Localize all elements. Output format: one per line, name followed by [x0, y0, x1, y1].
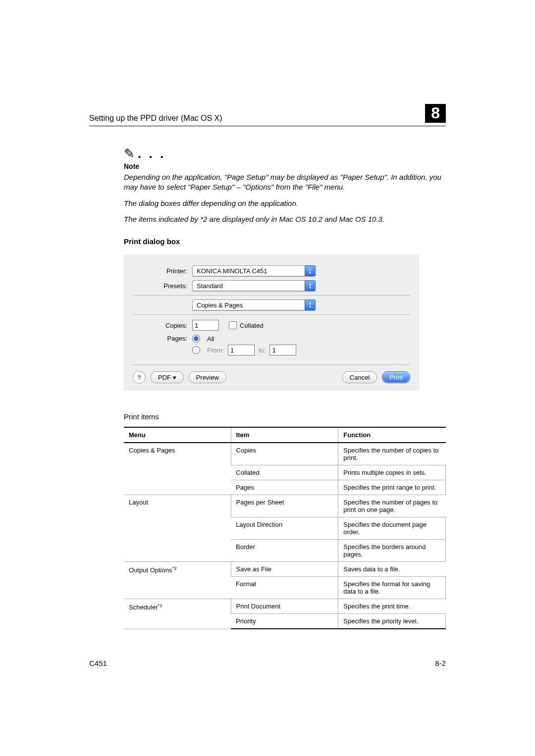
cell-item: Border [231, 540, 338, 562]
table-row: Scheduler*1Print DocumentSpecifies the p… [124, 599, 446, 614]
pages-from-input[interactable] [228, 345, 255, 355]
note-paragraph: The dialog boxes differ depending on the… [124, 199, 446, 208]
cell-item: Format [231, 577, 338, 599]
cancel-button[interactable]: Cancel [342, 371, 377, 383]
cell-item: Pages [231, 480, 338, 495]
ellipsis-icon: . . . [138, 146, 165, 161]
pdf-menu-button[interactable]: PDF ▾ [151, 371, 184, 383]
cell-item: Save as File [231, 562, 338, 577]
presets-select[interactable]: Standard ▲▼ [192, 280, 316, 291]
cell-function: Specifies the priority level. [338, 614, 446, 629]
collated-label: Collated [240, 322, 264, 329]
print-items-table: Menu Item Function Copies & PagesCopiesS… [124, 427, 446, 629]
pen-icon: ✎ [124, 146, 135, 161]
table-caption: Print items [124, 412, 446, 421]
presets-label: Presets: [133, 282, 192, 290]
pages-all-radio[interactable] [192, 335, 200, 343]
cell-item: Copies [231, 443, 338, 465]
footer-model: C451 [89, 659, 107, 667]
table-row: LayoutPages per SheetSpecifies the numbe… [124, 495, 446, 517]
table-row: Copies & PagesCopiesSpecifies the number… [124, 443, 446, 465]
footer-page-number: 8-2 [435, 659, 446, 667]
pages-range-radio[interactable] [192, 346, 200, 354]
copies-label: Copies: [133, 322, 192, 329]
chapter-number-badge: 8 [425, 104, 446, 123]
chevron-updown-icon: ▲▼ [305, 300, 316, 310]
cell-item: Collated [231, 465, 338, 480]
cell-menu: Output Options*2 [124, 562, 231, 599]
to-label: to: [259, 347, 266, 354]
cell-function: Specifies the number of copies to print. [338, 443, 446, 465]
cell-item: Layout Direction [231, 517, 338, 540]
chevron-updown-icon: ▲▼ [305, 280, 316, 291]
cell-item: Pages per Sheet [231, 495, 338, 517]
print-button-label: Print [389, 374, 403, 381]
col-function: Function [338, 427, 446, 443]
copies-input[interactable] [192, 320, 219, 331]
panel-select[interactable]: Copies & Pages ▲▼ [192, 300, 316, 310]
section-heading: Print dialog box [124, 237, 446, 246]
cell-function: Specifies the format for saving data to … [338, 577, 446, 599]
cell-item: Priority [231, 614, 338, 629]
pages-all-label: All [207, 335, 214, 343]
cell-function: Specifies the number of pages to print o… [338, 495, 446, 517]
cell-menu: Layout [124, 495, 231, 562]
cell-item: Print Document [231, 599, 338, 614]
note-label: Note [124, 162, 446, 170]
chevron-updown-icon: ▲▼ [305, 265, 316, 276]
page-header-title: Setting up the PPD driver (Mac OS X) [89, 114, 222, 123]
panel-select-value: Copies & Pages [192, 300, 305, 310]
print-button[interactable]: Print [382, 371, 410, 383]
col-menu: Menu [124, 427, 231, 443]
cell-function: Specifies the print range to print. [338, 480, 446, 495]
pages-to-input[interactable] [269, 345, 296, 355]
cancel-button-label: Cancel [350, 374, 370, 381]
table-row: Output Options*2Save as FileSaves data t… [124, 562, 446, 577]
collated-checkbox[interactable] [229, 321, 237, 329]
pdf-menu-label: PDF ▾ [158, 374, 176, 381]
cell-menu: Copies & Pages [124, 443, 231, 495]
cell-function: Specifies the document page order. [338, 517, 446, 540]
printer-label: Printer: [133, 267, 192, 275]
note-block: ✎ . . . Note Depending on the applicatio… [124, 146, 446, 224]
cell-function: Specifies the print time. [338, 599, 446, 614]
preview-button[interactable]: Preview [189, 371, 226, 383]
note-paragraph: Depending on the application, "Page Setu… [124, 172, 446, 193]
note-paragraph: The items indicated by *2 are displayed … [124, 214, 446, 224]
preview-button-label: Preview [196, 374, 219, 381]
from-label: From: [207, 347, 224, 354]
printer-select-value: KONICA MINOLTA C451 [192, 265, 305, 276]
cell-function: Prints multiple copies in sets. [338, 465, 446, 480]
printer-select[interactable]: KONICA MINOLTA C451 ▲▼ [192, 265, 316, 276]
presets-select-value: Standard [192, 280, 305, 291]
print-dialog: Printer: KONICA MINOLTA C451 ▲▼ Presets:… [124, 254, 419, 391]
cell-function: Specifies the borders around pages. [338, 540, 446, 562]
cell-function: Saves data to a file. [338, 562, 446, 577]
help-button[interactable]: ? [133, 371, 146, 384]
col-item: Item [231, 427, 338, 443]
cell-menu: Scheduler*1 [124, 599, 231, 629]
pages-label: Pages: [133, 335, 192, 342]
